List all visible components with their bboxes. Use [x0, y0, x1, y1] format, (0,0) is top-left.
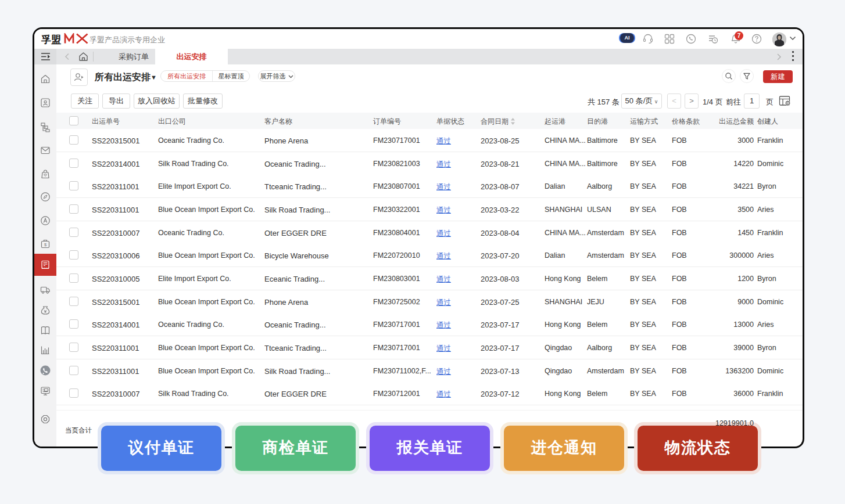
- svg-text:$: $: [44, 242, 47, 247]
